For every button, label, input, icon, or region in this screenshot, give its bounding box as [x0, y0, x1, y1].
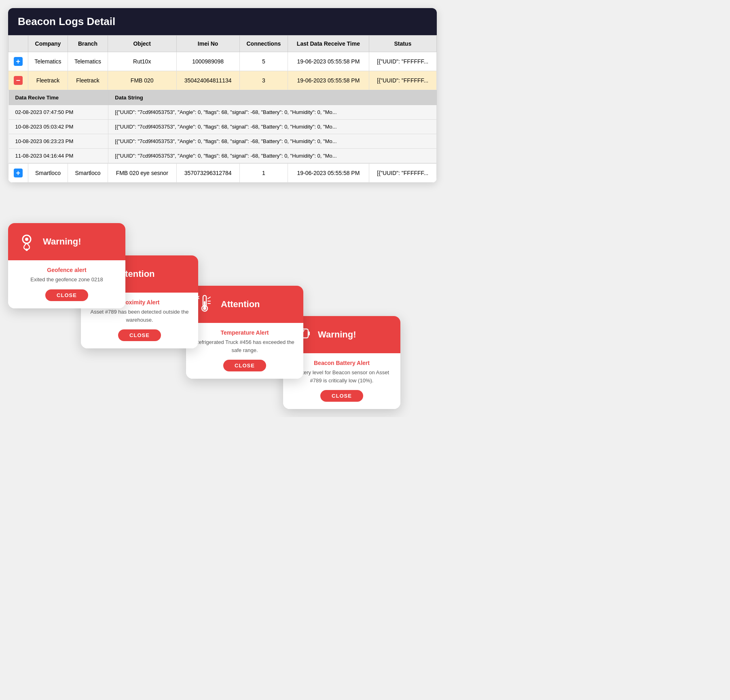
beacon-logs-card: Beacon Logs Detail Company Branch Object…: [8, 8, 437, 183]
close-alert-button[interactable]: CLOSE: [320, 390, 363, 402]
expand-button[interactable]: −: [14, 76, 23, 85]
table-row: − Fleetrack Fleetrack FMB 020 3504240648…: [8, 71, 437, 90]
cell-object: Rut10x: [108, 52, 176, 71]
alerts-container: Warning! Geofence alert Exited the geofe…: [8, 199, 437, 409]
cell-status: [{"UUID": "FFFFFF...: [369, 52, 436, 71]
cell-imei: 350424064811134: [176, 71, 239, 90]
table-row: + Smartloco Smartloco FMB 020 eye sesnor…: [8, 164, 437, 183]
alert-title: Warning!: [43, 236, 81, 247]
cell-connections: 3: [239, 71, 288, 90]
svg-point-2: [25, 249, 28, 251]
alert-type: Geofence alert: [16, 267, 117, 273]
sub-cell-data: [{"UUID": "7cd9f4053753", "Angle": 0, "f…: [108, 120, 436, 134]
cell-company: Fleetrack: [28, 71, 68, 90]
sub-col-data: Data String: [108, 91, 436, 105]
cell-imei: 357073296312784: [176, 164, 239, 183]
expand-button[interactable]: +: [14, 169, 23, 177]
cell-company: Telematics: [28, 52, 68, 71]
sub-cell-time: 11-08-2023 04:16:44 PM: [8, 149, 108, 163]
sub-cell-data: [{"UUID": "7cd9f4053753", "Angle": 0, "f…: [108, 105, 436, 120]
col-status: Status: [369, 36, 436, 52]
alert-description: Battery level for Beacon sensor on Asset…: [291, 369, 392, 384]
cell-branch: Fleetrack: [68, 71, 108, 90]
sub-cell-time: 10-08-2023 06:23:23 PM: [8, 134, 108, 149]
col-company: Company: [28, 36, 68, 52]
cell-status: [{"UUID": "FFFFFF...: [369, 71, 436, 90]
cell-status: [{"UUID": "FFFFFF...: [369, 164, 436, 183]
cell-branch: Smartloco: [68, 164, 108, 183]
alert-card-3: Attention Temperature Alert Refrigerated…: [186, 286, 303, 379]
col-branch: Branch: [68, 36, 108, 52]
cell-imei: 1000989098: [176, 52, 239, 71]
cell-lastdata: 19-06-2023 05:55:58 PM: [288, 164, 369, 183]
alert-body: Geofence alert Exited the geofence zone …: [8, 260, 125, 308]
cell-lastdata: 19-06-2023 05:55:58 PM: [288, 52, 369, 71]
alert-description: Refrigerated Truck #456 has exceeded the…: [194, 338, 295, 354]
cell-object: FMB 020: [108, 71, 176, 90]
table-card-title: Beacon Logs Detail: [8, 8, 437, 35]
col-lastdata: Last Data Receive Time: [288, 36, 369, 52]
close-alert-button[interactable]: CLOSE: [118, 329, 161, 341]
expand-cell[interactable]: +: [8, 164, 28, 183]
alert-body: Temperature Alert Refrigerated Truck #45…: [186, 323, 303, 379]
col-imei: Imei No: [176, 36, 239, 52]
alert-header: Attention: [186, 286, 303, 323]
alert-description: Exited the geofence zone 0218: [16, 276, 117, 284]
cell-branch: Telematics: [68, 52, 108, 71]
expand-cell[interactable]: −: [8, 71, 28, 90]
beacon-table: Company Branch Object Imei No Connection…: [8, 35, 437, 183]
sub-cell-time: 02-08-2023 07:47:50 PM: [8, 105, 108, 120]
col-object: Object: [108, 36, 176, 52]
sub-table: Data Recive Time Data String 02-08-2023 …: [8, 90, 437, 163]
sub-cell-time: 10-08-2023 05:03:42 PM: [8, 120, 108, 134]
cell-object: FMB 020 eye sesnor: [108, 164, 176, 183]
cell-connections: 5: [239, 52, 288, 71]
svg-point-1: [25, 238, 28, 241]
close-alert-button[interactable]: CLOSE: [223, 360, 266, 371]
cell-connections: 1: [239, 164, 288, 183]
cell-company: Smartloco: [28, 164, 68, 183]
alert-title: Warning!: [318, 329, 356, 340]
alert-type: Temperature Alert: [194, 329, 295, 336]
col-expand: [8, 36, 28, 52]
table-row: + Telematics Telematics Rut10x 100098909…: [8, 52, 437, 71]
alert-title: Attention: [221, 299, 260, 310]
sub-table-data-row: 10-08-2023 06:23:23 PM [{"UUID": "7cd9f4…: [8, 134, 436, 149]
sub-table-data-row: 02-08-2023 07:47:50 PM [{"UUID": "7cd9f4…: [8, 105, 436, 120]
geofence-icon: [16, 230, 37, 253]
sub-table-data-row: 10-08-2023 05:03:42 PM [{"UUID": "7cd9f4…: [8, 120, 436, 134]
cell-lastdata: 19-06-2023 05:55:58 PM: [288, 71, 369, 90]
sub-cell-data: [{"UUID": "7cd9f4053753", "Angle": 0, "f…: [108, 149, 436, 163]
svg-point-9: [203, 307, 206, 310]
col-connections: Connections: [239, 36, 288, 52]
alert-card-1: Warning! Geofence alert Exited the geofe…: [8, 223, 125, 308]
expand-button[interactable]: +: [14, 57, 23, 66]
sub-col-time: Data Recive Time: [8, 91, 108, 105]
sub-cell-data: [{"UUID": "7cd9f4053753", "Angle": 0, "f…: [108, 134, 436, 149]
svg-rect-11: [308, 331, 310, 335]
close-alert-button[interactable]: CLOSE: [45, 289, 88, 301]
alert-description: Asset #789 has been detected outside the…: [89, 308, 190, 324]
sub-table-row: Data Recive Time Data String 02-08-2023 …: [8, 90, 437, 164]
sub-table-data-row: 11-08-2023 04:16:44 PM [{"UUID": "7cd9f4…: [8, 149, 436, 163]
alert-header: Warning!: [8, 223, 125, 260]
expand-cell[interactable]: +: [8, 52, 28, 71]
alert-type: Beacon Battery Alert: [291, 360, 392, 366]
